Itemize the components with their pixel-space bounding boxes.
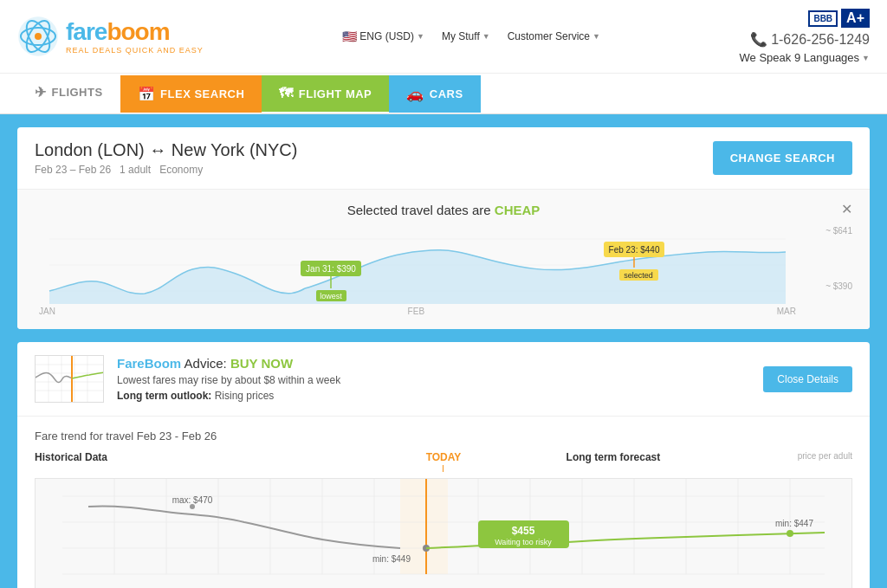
close-banner-button[interactable]: ✕: [841, 201, 852, 217]
advice-header: FareBoom Advice: BUY NOW Lowest fares ma…: [17, 342, 870, 417]
advice-subtitle2: Long term outlook: Rising prices: [117, 390, 750, 402]
header-nav: 🇺🇸 ENG (USD) ▼ My Stuff ▼ Customer Servi…: [342, 29, 600, 43]
chevron-down-icon: ▼: [482, 32, 490, 41]
price-low: ~ $390: [825, 281, 852, 291]
svg-text:min: $447: min: $447: [775, 519, 813, 528]
svg-text:Waiting too risky: Waiting too risky: [495, 538, 552, 546]
advice-card: FareBoom Advice: BUY NOW Lowest fares ma…: [17, 342, 870, 588]
svg-text:lowest: lowest: [320, 292, 342, 300]
tab-flex-search[interactable]: 📅 FLEX SEARCH: [120, 75, 262, 113]
price-chart-container: Jan 31: $390 lowest Feb 23: $440 selecte…: [35, 226, 852, 316]
bbb-label: BBB: [808, 10, 838, 27]
advice-brand: FareBoom: [117, 356, 181, 371]
search-price-card: London (LON) ↔ New York (NYC) Feb 23 – F…: [17, 127, 870, 329]
chevron-down-icon: ▼: [592, 32, 600, 41]
search-passengers: 1 adult: [120, 164, 151, 176]
map-icon: 🗺: [279, 86, 294, 101]
jan-label: JAN: [39, 307, 55, 316]
today-area: TODAY: [320, 451, 566, 474]
route-title: London (LON) ↔ New York (NYC): [35, 140, 297, 160]
flight-map-label: FLIGHT MAP: [299, 87, 372, 100]
tab-cars[interactable]: 🚗 CARS: [389, 75, 480, 113]
svg-text:selected: selected: [624, 271, 653, 280]
search-bar: London (LON) ↔ New York (NYC) Feb 23 – F…: [17, 127, 870, 189]
today-tick: [443, 465, 444, 472]
notice-text: Selected travel dates are: [347, 203, 495, 217]
logo: fareboom REAL DEALS QUICK AND EASY: [17, 16, 204, 57]
fare-trend-section: Fare trend for travel Feb 23 - Feb 26 Hi…: [17, 417, 870, 588]
svg-point-52: [190, 504, 195, 509]
svg-text:min: $449: min: $449: [372, 554, 411, 564]
flights-label: FLIGHTS: [52, 86, 103, 99]
trend-chart-svg: max: $470 min: $449 max: $457 min: $447 …: [36, 479, 851, 588]
today-label: TODAY: [320, 451, 566, 463]
language-dropdown[interactable]: 🇺🇸 ENG (USD) ▼: [342, 29, 424, 43]
advice-action: Advice:: [185, 356, 227, 371]
phone-number: 📞 1-626-256-1249: [750, 31, 870, 48]
main-content: London (LON) ↔ New York (NYC) Feb 23 – F…: [0, 114, 887, 588]
logo-text: fareboom REAL DEALS QUICK AND EASY: [66, 18, 204, 55]
advice-recommendation: BUY NOW: [230, 356, 293, 371]
languages-label: We Speak 9 Languages: [740, 51, 860, 64]
search-info: London (LON) ↔ New York (NYC) Feb 23 – F…: [35, 140, 297, 176]
nav-tabs: ✈ FLIGHTS 📅 FLEX SEARCH 🗺 FLIGHT MAP 🚗 C…: [0, 74, 887, 114]
close-details-button[interactable]: Close Details: [763, 366, 852, 392]
svg-point-4: [35, 33, 42, 40]
flag-icon: 🇺🇸: [342, 29, 357, 43]
svg-point-50: [787, 530, 793, 537]
change-search-button[interactable]: CHANGE SEARCH: [713, 141, 852, 175]
header: fareboom REAL DEALS QUICK AND EASY 🇺🇸 EN…: [0, 0, 887, 74]
header-right: BBB A+ 📞 1-626-256-1249 We Speak 9 Langu…: [740, 9, 870, 64]
mystuff-label: My Stuff: [442, 30, 480, 42]
tab-flights[interactable]: ✈ FLIGHTS: [17, 74, 120, 113]
search-cabin: Economy: [159, 164, 203, 176]
logo-tagline: REAL DEALS QUICK AND EASY: [66, 46, 204, 55]
logo-icon: [17, 16, 59, 57]
languages-dropdown[interactable]: We Speak 9 Languages ▼: [740, 51, 870, 64]
price-chart-svg: Jan 31: $390 lowest Feb 23: $440 selecte…: [35, 226, 800, 304]
brand-name: fareboom: [66, 18, 204, 46]
plane-icon: ✈: [35, 84, 47, 100]
svg-rect-18: [36, 356, 104, 403]
customer-service-label: Customer Service: [508, 30, 590, 42]
x-axis-labels: JAN FEB MAR: [35, 307, 800, 316]
advice-thumb-chart: [35, 355, 104, 403]
bbb-badge: BBB A+: [808, 9, 870, 28]
svg-text:Feb 23: $440: Feb 23: $440: [609, 245, 660, 255]
advice-subtitle1: Lowest fares may rise by about $8 within…: [117, 374, 750, 386]
car-icon: 🚗: [406, 86, 424, 102]
svg-text:Jan 31: $390: Jan 31: $390: [306, 264, 356, 274]
cheap-notice: Selected travel dates are CHEAP ✕: [35, 203, 852, 217]
historical-label: Historical Data: [35, 451, 320, 463]
svg-text:max: $470: max: $470: [172, 495, 213, 505]
feb-label: FEB: [408, 307, 424, 316]
bbb-grade: A+: [841, 9, 870, 28]
price-scale: ~ $641 ~ $390: [825, 226, 852, 291]
chart-top-labels: Historical Data TODAY Long term forecast…: [35, 451, 852, 474]
price-high: ~ $641: [825, 226, 852, 236]
svg-text:$455: $455: [512, 525, 535, 537]
calendar-icon: 📅: [138, 86, 156, 102]
phone-icon: 📞: [750, 32, 771, 47]
price-banner: Selected travel dates are CHEAP ✕: [17, 189, 870, 329]
chevron-down-icon: ▼: [862, 54, 870, 62]
cheap-label: CHEAP: [495, 203, 541, 217]
price-per-adult: price per adult: [798, 451, 852, 461]
fare-trend-title: Fare trend for travel Feb 23 - Feb 26: [35, 430, 852, 443]
mystuff-dropdown[interactable]: My Stuff ▼: [442, 30, 490, 42]
chevron-down-icon: ▼: [417, 32, 424, 41]
tab-flight-map[interactable]: 🗺 FLIGHT MAP: [262, 75, 389, 112]
customer-service-dropdown[interactable]: Customer Service ▼: [508, 30, 600, 42]
trend-chart: max: $470 min: $449 max: $457 min: $447 …: [35, 478, 852, 588]
search-details: Feb 23 – Feb 26 1 adult Economy: [35, 164, 297, 176]
search-dates: Feb 23 – Feb 26: [35, 164, 111, 176]
lang-label: ENG (USD): [359, 30, 414, 42]
cars-label: CARS: [430, 87, 463, 100]
mar-label: MAR: [777, 307, 796, 316]
flex-search-label: FLEX SEARCH: [160, 87, 244, 100]
advice-text: FareBoom Advice: BUY NOW Lowest fares ma…: [117, 356, 750, 402]
advice-title: FareBoom Advice: BUY NOW: [117, 356, 750, 371]
